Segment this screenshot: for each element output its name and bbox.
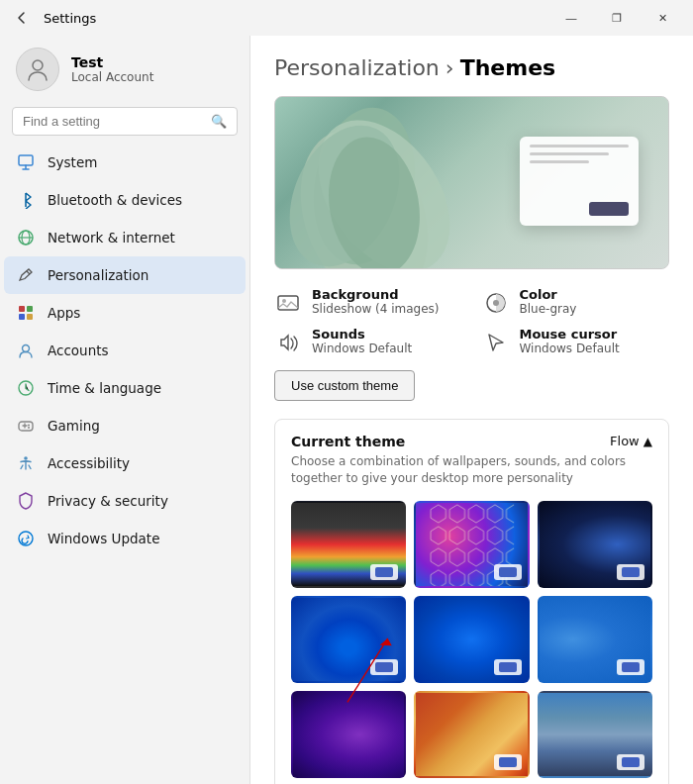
svg-point-12 (28, 427, 30, 429)
preview-line-2 (530, 152, 609, 155)
breadcrumb-parent: Personalization (274, 55, 440, 80)
color-value: Blue-gray (520, 302, 577, 316)
theme-tile-galaxy[interactable] (538, 501, 652, 588)
sidebar-item-system-label: System (48, 154, 97, 170)
sidebar-item-accessibility[interactable]: Accessibility (4, 444, 246, 482)
background-label: Background (312, 287, 440, 302)
maximize-button[interactable]: ❐ (594, 0, 640, 36)
sidebar-item-accounts[interactable]: Accounts (4, 332, 246, 369)
svg-rect-7 (27, 314, 33, 320)
background-value: Slideshow (4 images) (312, 302, 440, 316)
current-theme-desc: Choose a combination of wallpapers, soun… (291, 453, 652, 487)
theme-info-sounds[interactable]: Sounds Windows Default (274, 327, 462, 356)
theme-tiles-container (291, 501, 652, 778)
background-icon (274, 289, 302, 317)
theme-info-color[interactable]: Color Blue-gray (482, 287, 670, 317)
sidebar-item-gaming[interactable]: Gaming (4, 407, 246, 444)
theme-tile-win11-2[interactable] (414, 596, 529, 683)
sidebar-item-privacy[interactable]: Privacy & security (4, 482, 246, 520)
update-icon (16, 529, 36, 548)
theme-tile-win11-3[interactable] (538, 596, 652, 683)
flow-label: Flow (610, 434, 640, 448)
cursor-info: Mouse cursor Windows Default (520, 327, 620, 355)
user-name: Test (71, 54, 153, 70)
breadcrumb: Personalization › Themes (274, 55, 669, 80)
apps-icon (16, 303, 36, 323)
sidebar-item-system[interactable]: System (4, 144, 246, 181)
theme-info-cursor[interactable]: Mouse cursor Windows Default (482, 327, 670, 356)
back-button[interactable] (8, 4, 36, 32)
svg-point-0 (33, 60, 43, 70)
sidebar-item-personalization[interactable]: Personalization (4, 256, 246, 294)
sidebar-item-accessibility-label: Accessibility (48, 455, 130, 471)
sidebar-item-bluetooth[interactable]: Bluetooth & devices (4, 181, 246, 219)
svg-point-21 (282, 299, 286, 303)
titlebar-left: Settings (8, 4, 96, 32)
cursor-icon (482, 329, 510, 356)
sidebar-item-time[interactable]: Time & language (4, 369, 246, 407)
current-theme-header: Current theme Flow ▲ (291, 434, 652, 449)
theme-tile-colorful[interactable] (291, 501, 406, 588)
color-info: Color Blue-gray (520, 287, 577, 316)
sidebar-item-bluetooth-label: Bluetooth & devices (48, 192, 182, 208)
sidebar: Test Local Account 🔍 System (0, 36, 249, 784)
svg-point-13 (24, 456, 28, 460)
theme-tile-win11-1[interactable] (291, 596, 406, 683)
window-controls: — ❐ ✕ (548, 0, 685, 36)
sidebar-item-gaming-label: Gaming (48, 418, 100, 434)
sounds-value: Windows Default (312, 342, 412, 355)
breadcrumb-separator: › (446, 55, 454, 80)
svg-rect-5 (27, 306, 33, 312)
cursor-label: Mouse cursor (520, 327, 620, 342)
theme-tile-flowers[interactable] (414, 691, 529, 778)
tile-badge-win11-1 (370, 659, 398, 675)
bluetooth-icon (16, 190, 36, 210)
sidebar-item-apps-label: Apps (48, 305, 80, 321)
sidebar-item-apps[interactable]: Apps (4, 294, 246, 332)
current-theme-flow: Flow ▲ (610, 434, 652, 448)
svg-rect-20 (278, 296, 298, 310)
chevron-up-icon: ▲ (644, 435, 652, 448)
main-content: Test Local Account 🔍 System (0, 36, 693, 784)
settings-window: Settings — ❐ ✕ Test Local Account (0, 0, 693, 784)
tile-badge-galaxy (617, 564, 644, 580)
sidebar-item-network[interactable]: Network & internet (4, 219, 246, 256)
network-icon (16, 228, 36, 247)
theme-info-grid: Background Slideshow (4 images) Color Bl… (274, 287, 669, 356)
close-button[interactable]: ✕ (640, 0, 685, 36)
sounds-label: Sounds (312, 327, 412, 342)
sidebar-item-update[interactable]: Windows Update (4, 520, 246, 557)
sidebar-item-privacy-label: Privacy & security (48, 493, 168, 509)
use-custom-theme-button[interactable]: Use custom theme (274, 370, 415, 401)
accessibility-icon (16, 453, 36, 473)
tile-badge-colorful (370, 564, 398, 580)
tile-badge-win11-2 (494, 659, 522, 675)
search-input[interactable] (23, 114, 203, 129)
svg-rect-4 (19, 306, 25, 312)
theme-tile-purple[interactable] (291, 691, 406, 778)
user-section: Test Local Account (0, 36, 249, 107)
svg-point-8 (23, 345, 30, 352)
sidebar-item-accounts-label: Accounts (48, 343, 109, 358)
current-theme-title: Current theme (291, 434, 405, 449)
theme-preview (274, 96, 669, 269)
search-box[interactable]: 🔍 (12, 107, 238, 136)
theme-tile-hexagons[interactable] (414, 501, 529, 588)
current-theme-section: Current theme Flow ▲ Choose a combinatio… (274, 419, 669, 784)
color-icon (482, 289, 510, 317)
preview-line-1 (530, 145, 629, 147)
theme-info-background[interactable]: Background Slideshow (4 images) (274, 287, 462, 317)
tile-badge-win11-3 (617, 659, 644, 675)
theme-tile-lake[interactable] (538, 691, 652, 778)
tile-badge-hexagons (494, 564, 522, 580)
breadcrumb-current: Themes (460, 55, 556, 80)
privacy-icon (16, 491, 36, 511)
sidebar-item-update-label: Windows Update (48, 531, 159, 546)
avatar (16, 48, 59, 91)
background-info: Background Slideshow (4 images) (312, 287, 440, 316)
color-label: Color (520, 287, 577, 302)
time-icon (16, 378, 36, 398)
minimize-button[interactable]: — (548, 0, 594, 36)
svg-rect-6 (19, 314, 25, 320)
search-icon: 🔍 (211, 114, 227, 129)
